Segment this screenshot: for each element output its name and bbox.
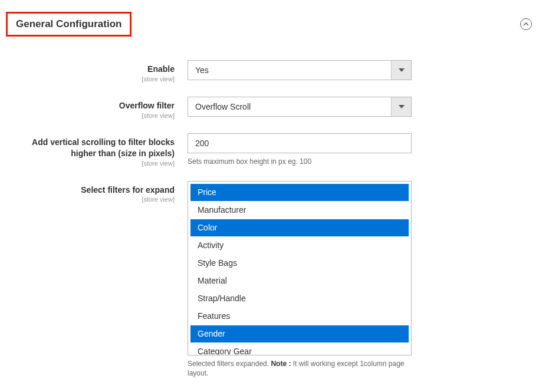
overflow-filter-label: Overflow filter [119,101,175,110]
enable-label: Enable [147,64,175,74]
multiselect-option[interactable]: Price [190,184,409,201]
field-row-enable: Enable [store view] Yes [6,60,533,83]
max-height-label: Add vertical scrolling to filter blocks … [32,137,175,158]
caret-down-icon [399,67,405,73]
multiselect-option[interactable]: Gender [190,325,409,342]
chevron-up-icon [523,21,529,27]
multiselect-option[interactable]: Features [190,308,409,325]
label-col: Overflow filter [store view] [6,97,188,119]
help-prefix: Selected filters expanded. [188,360,271,368]
collapse-toggle[interactable] [520,18,532,30]
help-note-label: Note : [271,360,291,368]
scope-label: [store view] [6,112,175,119]
scope-label: [store view] [6,196,175,203]
field-row-max-height: Add vertical scrolling to filter blocks … [6,133,533,167]
label-col: Select filters for expand [store view] [6,181,188,203]
control-col: Sets maximum box height in px eg. 100 [188,133,412,167]
label-col: Add vertical scrolling to filter blocks … [6,133,188,167]
multiselect-option[interactable]: Material [190,272,409,289]
multiselect-list[interactable]: PriceManufacturerColorActivityStyle Bags… [188,182,411,355]
section-title-highlight: General Configuration [6,12,132,37]
filters-expand-multiselect[interactable]: PriceManufacturerColorActivityStyle Bags… [188,181,412,355]
multiselect-option[interactable]: Strap/Handle [190,290,409,307]
label-col: Enable [store view] [6,60,188,83]
max-height-help: Sets maximum box height in px eg. 100 [188,157,412,167]
field-row-overflow-filter: Overflow filter [store view] Overflow Sc… [6,97,533,119]
section-header: General Configuration [6,12,533,37]
multiselect-option[interactable]: Color [190,219,409,236]
scope-label: [store view] [6,160,175,167]
field-row-filters-expand: Select filters for expand [store view] P… [6,181,533,379]
enable-select-value: Yes [188,61,391,80]
filters-expand-label: Select filters for expand [81,185,175,195]
control-col: PriceManufacturerColorActivityStyle Bags… [188,181,412,379]
caret-down-icon [399,104,405,110]
multiselect-option[interactable]: Manufacturer [190,202,409,219]
multiselect-option[interactable]: Category Gear [190,343,409,355]
enable-select-arrow[interactable] [391,61,411,80]
enable-select[interactable]: Yes [188,60,412,80]
control-col: Yes [188,60,412,80]
control-col: Overflow Scroll [188,97,412,117]
multiselect-option[interactable]: Style Bags [190,255,409,272]
overflow-filter-select-value: Overflow Scroll [188,97,391,116]
section-title: General Configuration [16,18,121,29]
overflow-filter-select[interactable]: Overflow Scroll [188,97,412,117]
filters-expand-help: Selected filters expanded. Note : It wil… [188,359,412,379]
max-height-input[interactable] [188,133,412,153]
multiselect-option[interactable]: Activity [190,237,409,254]
overflow-filter-select-arrow[interactable] [391,97,411,116]
scope-label: [store view] [6,75,175,83]
